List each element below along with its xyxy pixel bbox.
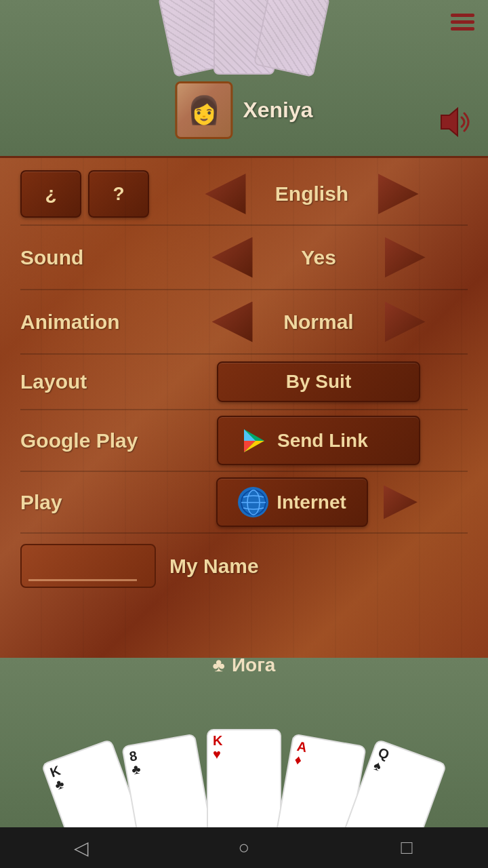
animation-prev-button[interactable] — [210, 300, 254, 344]
internet-button[interactable]: Internet — [216, 477, 368, 527]
layout-row: Layout By Suit — [0, 355, 488, 409]
play-row: Play Internet — [0, 472, 488, 532]
google-play-row: Google Play Send Link — [0, 410, 488, 471]
back-button[interactable]: ◁ — [61, 834, 102, 861]
google-play-control: Send Link — [169, 416, 468, 465]
avatar: 👩 — [175, 81, 232, 139]
myname-row: My Name — [0, 534, 488, 598]
sound-button[interactable] — [434, 102, 474, 142]
animation-label: Animation — [20, 311, 169, 334]
sound-next-button[interactable] — [383, 235, 427, 279]
icon2-label: ? — [113, 183, 124, 205]
play-value: Internet — [277, 492, 346, 513]
animation-next-button[interactable] — [383, 300, 427, 344]
layout-control: By Suit — [169, 361, 468, 402]
sound-row: Sound Yes — [0, 226, 488, 289]
icon1-label: ¿ — [45, 183, 56, 205]
play-next-button[interactable] — [377, 480, 421, 524]
nav-bar: ◁ ○ □ — [0, 827, 488, 868]
input-cursor — [28, 579, 137, 581]
home-button[interactable]: ○ — [224, 834, 264, 861]
bottom-cards: K♣ 8♣ K♥ A♦ Q♠ — [51, 729, 437, 827]
google-play-label: Google Play — [20, 429, 169, 452]
settings-panel: ¿ ? English Sound Yes — [0, 156, 488, 671]
myname-label: My Name — [169, 555, 259, 578]
globe-icon — [238, 487, 268, 517]
top-card-3 — [253, 0, 330, 77]
club-icon: ♣ — [213, 658, 225, 676]
animation-value: Normal — [258, 311, 380, 334]
google-play-icon — [239, 425, 269, 456]
sound-label: Sound — [20, 246, 169, 269]
language-prev-button[interactable] — [203, 172, 247, 216]
layout-value: By Suit — [286, 371, 351, 392]
icon-btn-2[interactable]: ? — [88, 170, 149, 218]
avatar-image: 👩 — [177, 83, 230, 137]
home-icon: ○ — [239, 837, 250, 859]
player-area: 👩 Xeniya — [175, 81, 312, 139]
top-area: 👩 Xeniya — [0, 0, 488, 156]
top-cards — [152, 0, 336, 75]
send-link-text: Send Link — [277, 430, 368, 452]
language-next-button[interactable] — [376, 172, 420, 216]
recents-icon: □ — [401, 837, 413, 859]
menu-icon[interactable] — [451, 14, 474, 31]
play-label: Play — [20, 491, 169, 514]
icon-btn-1[interactable]: ¿ — [20, 170, 81, 218]
card-k-hearts: K♥ — [207, 729, 281, 827]
card-8-clubs: 8♣ — [121, 733, 214, 827]
layout-label: Layout — [20, 370, 169, 393]
recents-button[interactable]: □ — [386, 834, 427, 861]
sound-prev-button[interactable] — [210, 235, 254, 279]
play-control: Internet — [169, 477, 468, 527]
back-icon: ◁ — [74, 837, 89, 859]
bottom-player-name: ♣ Йога — [213, 658, 276, 676]
animation-control: Normal — [169, 300, 468, 344]
bottom-player-label: Йога — [232, 658, 275, 676]
language-value: English — [251, 182, 373, 205]
sound-value: Yes — [258, 246, 380, 269]
sound-control: Yes — [169, 235, 468, 279]
player-name: Xeniya — [243, 98, 312, 123]
language-row: ¿ ? English — [0, 158, 488, 224]
name-input[interactable] — [20, 544, 156, 588]
layout-button[interactable]: By Suit — [217, 361, 420, 402]
language-control: English — [156, 172, 468, 216]
bottom-area: ♣ Йога K♣ 8♣ K♥ A♦ Q♠ — [0, 658, 488, 827]
animation-row: Animation Normal — [0, 290, 488, 353]
send-link-button[interactable]: Send Link — [217, 416, 420, 465]
